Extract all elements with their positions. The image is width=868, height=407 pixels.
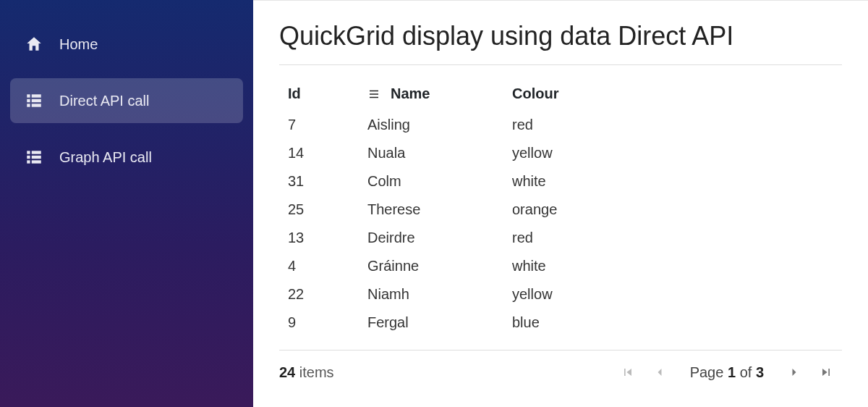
cell-colour: orange [503,196,842,224]
svg-rect-6 [27,151,30,154]
pager-last-button[interactable] [810,361,842,384]
cell-name: Aisling [359,111,503,139]
main-content: QuickGrid display using data Direct API … [253,0,868,407]
cell-name: Fergal [359,309,503,337]
column-header-name[interactable]: Name [359,80,503,111]
column-header-label: Colour [512,85,558,101]
cell-colour: white [503,252,842,280]
sidebar: Home Direct API call Graph API call [0,0,253,407]
sidebar-item-graph-api[interactable]: Graph API call [10,135,243,180]
item-count: 24 items [279,364,334,381]
cell-colour: red [503,224,842,252]
page-title: QuickGrid display using data Direct API [279,21,842,51]
svg-rect-1 [32,94,41,97]
cell-id: 31 [279,167,359,196]
cell-id: 14 [279,139,359,167]
sidebar-item-label: Graph API call [59,149,152,166]
list-icon [25,91,43,110]
cell-colour: yellow [503,139,842,167]
svg-rect-3 [32,99,41,102]
svg-rect-7 [32,151,41,154]
first-page-icon [621,365,635,379]
table-row: 25 Therese orange [279,196,842,224]
cell-id: 7 [279,111,359,139]
svg-rect-11 [32,160,41,163]
home-icon [25,35,43,54]
item-count-number: 24 [279,364,295,380]
page-indicator: Page 1 of 3 [690,364,764,381]
sidebar-item-label: Home [59,36,98,53]
cell-name: Colm [359,167,503,196]
total-pages: 3 [756,364,764,380]
svg-rect-5 [32,104,41,106]
table-row: 13 Deirdre red [279,224,842,252]
cell-name: Nuala [359,139,503,167]
cell-colour: white [503,167,842,196]
table-row: 4 Gráinne white [279,252,842,280]
cell-id: 4 [279,252,359,280]
cell-id: 13 [279,224,359,252]
cell-name: Deirdre [359,224,503,252]
column-header-id[interactable]: Id [279,80,359,111]
cell-name: Therese [359,196,503,224]
page-word: Page [690,364,724,380]
sidebar-item-label: Direct API call [59,93,149,109]
cell-id: 9 [279,309,359,337]
column-header-label: Id [288,85,301,101]
last-page-icon [819,365,833,379]
of-word: of [740,364,752,380]
table-row: 31 Colm white [279,167,842,196]
cell-name: Gráinne [359,252,503,280]
chevron-right-icon [787,365,801,379]
list-icon [25,148,43,167]
grid-header-row: Id Name Colour [279,80,842,111]
column-header-label: Name [391,85,430,102]
svg-rect-9 [32,156,41,159]
table-row: 7 Aisling red [279,111,842,139]
svg-rect-2 [27,99,30,102]
table-row: 22 Niamh yellow [279,280,842,309]
svg-rect-0 [27,94,30,97]
item-count-word: items [299,364,334,380]
pager-first-button[interactable] [612,361,644,384]
svg-rect-4 [27,104,30,106]
data-grid: Id Name Colour [279,80,842,337]
cell-id: 25 [279,196,359,224]
pager-next-button[interactable] [778,361,810,384]
divider [279,64,842,65]
cell-id: 22 [279,280,359,309]
chevron-left-icon [652,365,667,379]
grid-body: 7 Aisling red 14 Nuala yellow 31 Colm wh… [279,111,842,337]
cell-colour: yellow [503,280,842,309]
menu-icon [367,88,380,101]
sidebar-item-home[interactable]: Home [10,22,243,67]
cell-name: Niamh [359,280,503,309]
current-page: 1 [728,364,736,380]
pager-prev-button[interactable] [644,361,676,384]
cell-colour: blue [503,309,842,337]
cell-colour: red [503,111,842,139]
svg-rect-10 [27,160,30,163]
sidebar-item-direct-api[interactable]: Direct API call [10,78,243,123]
pager-bar: 24 items Page 1 of 3 [279,350,842,384]
table-row: 9 Fergal blue [279,309,842,337]
table-row: 14 Nuala yellow [279,139,842,167]
column-header-colour[interactable]: Colour [503,80,842,111]
svg-rect-8 [27,156,30,159]
